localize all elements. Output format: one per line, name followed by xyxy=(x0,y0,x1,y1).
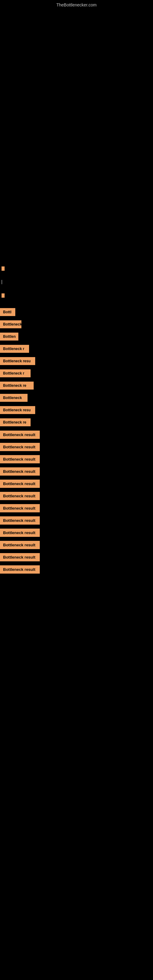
bottleneck-label: Bottleneck resu xyxy=(0,357,35,365)
list-item[interactable]: Bottleneck xyxy=(0,392,153,404)
bottleneck-label: Bottleneck resu xyxy=(0,406,35,414)
indicator-orange-1 xyxy=(2,266,5,271)
list-item[interactable]: Bottl xyxy=(0,306,153,318)
bottleneck-label: Bottleneck re xyxy=(0,382,33,390)
bottleneck-label: Bottleneck result xyxy=(0,492,40,500)
bottleneck-label: Bottleneck result xyxy=(0,443,40,451)
list-item[interactable]: Bottleneck result xyxy=(0,453,153,465)
list-item[interactable]: Bottleneck r xyxy=(0,343,153,355)
list-item[interactable]: Bottleneck r xyxy=(0,368,153,379)
bottleneck-label: Bottleneck r xyxy=(0,369,30,377)
list-item[interactable]: Bottleneck result xyxy=(0,502,153,514)
list-item[interactable]: Bottleneck re xyxy=(0,380,153,391)
bottleneck-label: Bottleneck result xyxy=(0,565,40,574)
list-item[interactable]: Bottleneck result xyxy=(0,539,153,550)
bottleneck-label: Bottleneck result xyxy=(0,553,40,562)
bottleneck-label: Bottl xyxy=(0,308,15,316)
list-item[interactable]: Bottleneck resu xyxy=(0,355,153,367)
bottleneck-label: Bottlen xyxy=(0,332,18,340)
list-item[interactable]: Bottleneck result xyxy=(0,441,153,453)
list-item[interactable]: Bottleneck re xyxy=(0,417,153,428)
list-item[interactable]: Bottlen xyxy=(0,331,153,342)
list-item[interactable]: Bottleneck xyxy=(0,318,153,330)
bottleneck-label: Bottleneck r xyxy=(0,345,29,353)
list-item[interactable]: Bottleneck result xyxy=(0,551,153,563)
list-item[interactable]: Bottleneck resu xyxy=(0,404,153,416)
bottleneck-list: Bottl Bottleneck Bottlen Bottleneck r Bo… xyxy=(0,306,153,576)
bottleneck-label: Bottleneck result xyxy=(0,431,40,439)
bottleneck-label: Bottleneck result xyxy=(0,467,40,476)
list-item[interactable]: Bottleneck result xyxy=(0,466,153,477)
bottleneck-label: Bottleneck result xyxy=(0,455,40,463)
bottleneck-label: Bottleneck result xyxy=(0,541,40,549)
list-item[interactable]: Bottleneck result xyxy=(0,490,153,502)
list-item[interactable]: Bottleneck result xyxy=(0,563,153,575)
bottleneck-label: Bottleneck result xyxy=(0,504,40,512)
top-indicators xyxy=(2,266,5,298)
bottleneck-label: Bottleneck re xyxy=(0,418,30,426)
list-item[interactable]: Bottleneck result xyxy=(0,429,153,441)
indicator-orange-2 xyxy=(2,293,5,298)
bottleneck-label: Bottleneck xyxy=(0,394,27,402)
site-title: TheBottlenecker.com xyxy=(56,2,97,7)
indicator-line xyxy=(2,280,2,284)
bottleneck-label: Bottleneck result xyxy=(0,480,40,488)
bottleneck-label: Bottleneck result xyxy=(0,528,40,537)
list-item[interactable]: Bottleneck result xyxy=(0,527,153,538)
bottleneck-label: Bottleneck result xyxy=(0,516,40,525)
bottleneck-label: Bottleneck xyxy=(0,320,21,328)
list-item[interactable]: Bottleneck result xyxy=(0,478,153,489)
list-item[interactable]: Bottleneck result xyxy=(0,514,153,526)
